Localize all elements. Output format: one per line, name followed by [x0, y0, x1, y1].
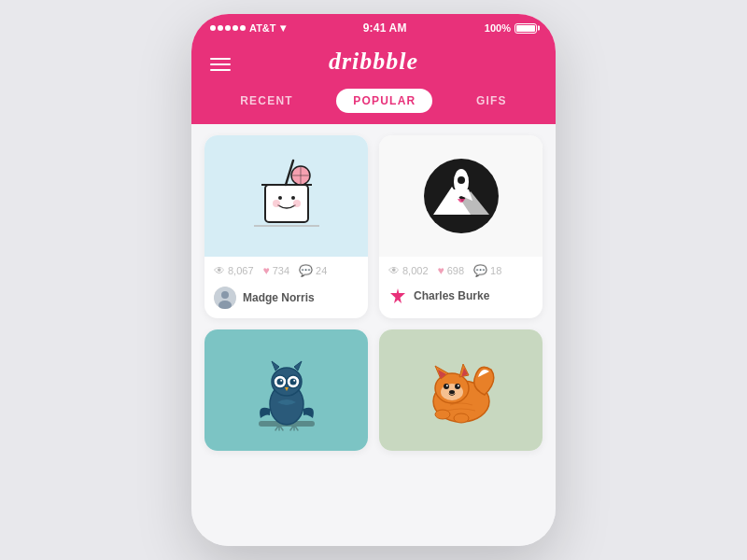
shot-card-2[interactable]: 👁 8,002 ♥ 698 💬 18 — [379, 135, 543, 318]
svg-point-22 — [289, 379, 296, 385]
author-name-2: Charles Burke — [414, 289, 489, 302]
phone-frame: AT&T ▾ 9:41 AM 100% dribbble RECENT POPU… — [191, 14, 556, 546]
svg-point-10 — [221, 291, 229, 299]
shot-stats-1: 👁 8,067 ♥ 734 💬 24 — [204, 257, 368, 283]
shot-card-4[interactable] — [379, 329, 543, 451]
shots-grid: 👁 8,067 ♥ 734 💬 24 — [204, 135, 543, 451]
battery-icon — [514, 23, 537, 34]
like-count-2: ♥ 698 — [438, 264, 464, 277]
app-header: dribbble — [191, 40, 556, 89]
svg-point-30 — [445, 385, 447, 386]
comment-icon: 💬 — [299, 264, 313, 277]
like-count-1: ♥ 734 — [263, 264, 289, 277]
tab-recent[interactable]: RECENT — [223, 89, 310, 113]
svg-point-14 — [458, 176, 465, 184]
svg-point-4 — [278, 196, 282, 200]
svg-point-33 — [435, 410, 450, 419]
svg-point-23 — [280, 380, 282, 382]
svg-marker-15 — [390, 288, 405, 303]
svg-point-24 — [293, 380, 295, 382]
tab-gifs[interactable]: GIFS — [459, 89, 524, 113]
status-left: AT&T ▾ — [210, 21, 286, 35]
svg-point-29 — [455, 384, 460, 389]
comment-icon-2: 💬 — [473, 264, 487, 277]
svg-rect-0 — [265, 185, 308, 222]
hamburger-button[interactable] — [210, 58, 231, 71]
heart-icon-2: ♥ — [438, 264, 444, 277]
shot-card-1[interactable]: 👁 8,067 ♥ 734 💬 24 — [204, 135, 368, 318]
time-label: 9:41 AM — [363, 21, 407, 35]
carrier-label: AT&T — [249, 22, 276, 34]
shot-image-2 — [379, 135, 543, 257]
app-logo: dribbble — [329, 48, 418, 76]
shot-image-1 — [204, 135, 368, 257]
shot-image-4 — [379, 329, 543, 451]
battery-label: 100% — [485, 22, 511, 34]
view-count-2: 👁 8,002 — [388, 264, 429, 277]
tab-bar: RECENT POPULAR GIFS — [191, 89, 556, 124]
shot-card-3[interactable] — [204, 329, 368, 451]
svg-point-32 — [449, 390, 455, 394]
heart-icon: ♥ — [263, 264, 270, 277]
tab-popular[interactable]: POPULAR — [336, 89, 432, 113]
status-right: 100% — [485, 22, 537, 34]
svg-point-34 — [454, 413, 469, 423]
comment-count-1: 💬 24 — [299, 264, 327, 277]
svg-point-6 — [273, 200, 280, 207]
author-2[interactable]: Charles Burke — [379, 283, 543, 315]
signal-dots — [210, 25, 246, 31]
eye-icon-2: 👁 — [388, 264, 400, 277]
svg-point-31 — [457, 385, 458, 386]
status-bar: AT&T ▾ 9:41 AM 100% — [191, 14, 556, 40]
svg-point-7 — [293, 200, 301, 207]
svg-point-21 — [276, 379, 283, 385]
eye-icon: 👁 — [214, 264, 225, 277]
svg-point-5 — [291, 196, 295, 200]
author-icon-2 — [388, 287, 407, 305]
shot-image-3 — [204, 329, 368, 451]
shot-stats-2: 👁 8,002 ♥ 698 💬 18 — [379, 257, 543, 283]
svg-point-28 — [444, 384, 449, 389]
avatar-1 — [214, 287, 236, 309]
comment-count-2: 💬 18 — [473, 264, 501, 277]
author-1[interactable]: Madge Norris — [204, 283, 368, 318]
view-count-1: 👁 8,067 — [214, 264, 254, 277]
content-area: 👁 8,067 ♥ 734 💬 24 — [191, 124, 556, 546]
author-name-1: Madge Norris — [243, 291, 315, 304]
wifi-icon: ▾ — [280, 21, 286, 35]
